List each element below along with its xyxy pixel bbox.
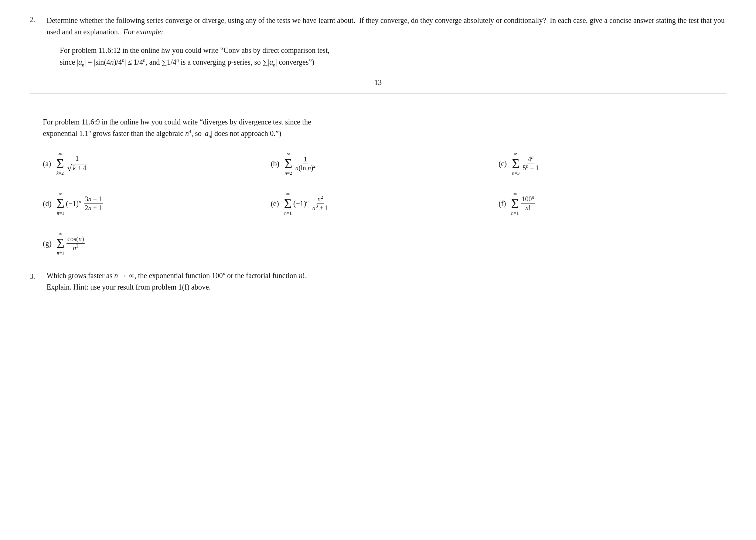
series-c-sigma: ∞ Σ n=3 [512,151,520,176]
series-g-sub: n=1 [57,250,64,256]
for-example-italic: For example: [123,28,163,36]
series-grid: (a) ∞ Σ k=2 1 √k + 4 (b) [43,151,726,256]
series-f-expr: ∞ Σ n=1 100n n! [511,191,535,216]
divergence-line1: For problem 11.6:9 in the online hw you … [43,116,726,128]
series-a: (a) ∞ Σ k=2 1 √k + 4 [43,151,271,176]
problem-3-block: 3. Which grows faster as n → ∞, the expo… [30,270,726,293]
series-e-sigma: ∞ Σ n=1 [284,191,292,216]
problem-2-intro: Determine whether the following series c… [47,16,725,36]
series-d-sigma: ∞ Σ n=1 [57,191,64,216]
problem-3-content: Which grows faster as n → ∞, the exponen… [47,270,307,293]
series-f-sigma: ∞ Σ n=1 [511,191,519,216]
series-g-sigma: ∞ Σ n=1 [57,231,64,256]
series-g-num: cos(n) [67,235,85,244]
series-a-sigma: ∞ Σ k=2 [56,151,64,176]
series-a-num: 1 [75,155,79,163]
series-b-sigma: ∞ Σ n=2 [285,151,292,176]
series-c-frac: 4n 5n − 1 [522,155,539,172]
series-d-sub: n=1 [57,210,64,216]
series-e-den: n3 + 1 [311,204,329,212]
series-c-label: (c) [498,160,507,168]
example-line2: since |an| = |sin(4n)/4n| ≤ 1/4n, and ∑1… [60,56,726,68]
series-c-expr: ∞ Σ n=3 4n 5n − 1 [512,151,541,176]
series-f-sigma-sym: Σ [511,197,519,210]
series-e-num: n2 [317,195,324,204]
series-f: (f) ∞ Σ n=1 100n n! [498,191,726,216]
problem-2-text: Determine whether the following series c… [47,15,726,68]
series-f-den: n! [525,204,532,212]
page-content: 2. Determine whether the following serie… [30,15,726,293]
series-a-expr: ∞ Σ k=2 1 √k + 4 [56,151,89,176]
series-e-sigma-sym: Σ [284,197,292,210]
series-a-label: (a) [43,160,51,168]
series-a-sigma-sym: Σ [56,157,64,170]
problem-3-line1: Which grows faster as n → ∞, the exponen… [47,271,307,280]
series-c: (c) ∞ Σ n=3 4n 5n − 1 [498,151,726,176]
series-b-den: n(ln n)2 [294,164,316,172]
series-g-label: (g) [43,239,51,248]
series-g-den: n2 [72,244,79,252]
series-a-sqrt-content: k + 4 [72,164,87,172]
series-e: (e) ∞ Σ n=1 (−1)n n2 n3 + 1 [271,191,499,216]
series-c-sigma-sym: Σ [512,157,520,170]
series-a-sub: k=2 [57,170,64,176]
series-c-sub: n=3 [512,170,520,176]
series-e-expr: ∞ Σ n=1 (−1)n n2 n3 + 1 [284,191,330,216]
problem-2-label: 2. [30,15,43,24]
page-number: 13 [30,78,726,87]
series-b-num: 1 [303,155,308,164]
series-g-frac: cos(n) n2 [67,235,85,252]
series-d-sigma-sym: Σ [57,197,64,210]
series-a-sqrt-sign: √ [67,164,72,172]
series-e-label: (e) [271,199,279,208]
series-d-frac: 3n − 1 2n + 1 [84,195,102,212]
series-g: (g) ∞ Σ n=1 cos(n) n2 [43,231,271,256]
series-a-frac: 1 √k + 4 [66,155,88,172]
series-e-sub: n=1 [284,210,292,216]
problem-2-block: 2. Determine whether the following serie… [30,15,726,68]
page-divider [30,93,726,94]
series-c-den: 5n − 1 [522,164,539,172]
series-f-sub: n=1 [511,210,519,216]
series-e-coeff: (−1)n [293,199,309,208]
series-b-sub: n=2 [285,170,292,176]
series-f-frac: 100n n! [521,195,535,212]
example-line1: For problem 11.6:12 in the online hw you… [60,44,726,56]
series-f-num: 100n [521,195,535,204]
series-d-den: 2n + 1 [84,204,102,212]
series-d-num: 3n − 1 [84,195,102,204]
series-b-frac: 1 n(ln n)2 [294,155,316,172]
series-a-den: √k + 4 [66,163,88,172]
series-g-sigma-sym: Σ [57,237,64,250]
problem-3-label: 3. [30,270,43,282]
series-b: (b) ∞ Σ n=2 1 n(ln n)2 [271,151,499,176]
series-g-expr: ∞ Σ n=1 cos(n) n2 [57,231,85,256]
series-e-frac: n2 n3 + 1 [311,195,329,212]
series-b-sigma-sym: Σ [285,157,292,170]
divergence-example: For problem 11.6:9 in the online hw you … [43,116,726,139]
problem-3-line2: Explain. Hint: use your result from prob… [47,283,211,291]
series-d-label: (d) [43,199,51,208]
problem-2-number-row: 2. Determine whether the following serie… [30,15,726,68]
series-d-expr: ∞ Σ n=1 (−1)n 3n − 1 2n + 1 [57,191,103,216]
series-d: (d) ∞ Σ n=1 (−1)n 3n − 1 2n + 1 [43,191,271,216]
series-c-num: 4n [527,155,535,164]
series-b-label: (b) [271,160,279,168]
series-d-coeff: (−1)n [66,199,81,208]
problem-3-text: 3. Which grows faster as n → ∞, the expo… [30,270,726,293]
series-f-label: (f) [498,199,506,208]
series-b-expr: ∞ Σ n=2 1 n(ln n)2 [285,151,317,176]
divergence-line2: exponential 1.1n grows faster than the a… [43,128,726,139]
example-block: For problem 11.6:12 in the online hw you… [60,44,726,68]
series-a-sqrt: √k + 4 [67,164,87,172]
